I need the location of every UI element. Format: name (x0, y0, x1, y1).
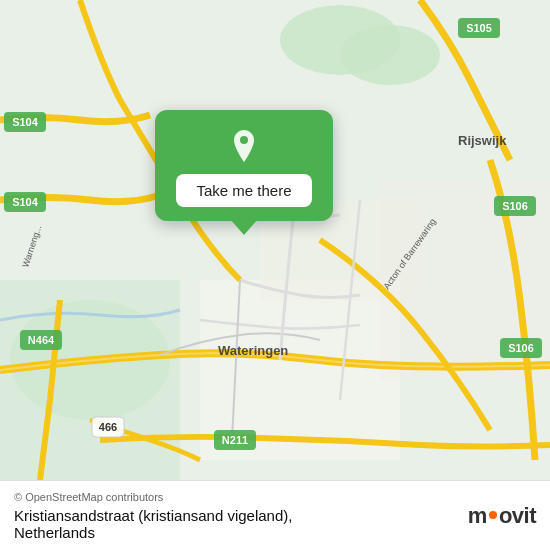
svg-point-2 (340, 25, 440, 85)
moovit-logo-text: m (468, 503, 487, 529)
svg-point-28 (240, 136, 248, 144)
svg-text:Rijswijk: Rijswijk (458, 133, 507, 148)
bottom-left-info: © OpenStreetMap contributors Kristiansan… (14, 491, 468, 541)
location-name-text: Kristiansandstraat (kristiansand vigelan… (14, 507, 292, 524)
take-me-there-button[interactable]: Take me there (176, 174, 311, 207)
svg-text:S106: S106 (502, 200, 528, 212)
location-country-text: Netherlands (14, 524, 95, 541)
copyright-text: © OpenStreetMap contributors (14, 491, 468, 503)
svg-text:S104: S104 (12, 116, 39, 128)
svg-text:S104: S104 (12, 196, 39, 208)
svg-text:466: 466 (99, 421, 117, 433)
bottom-bar: © OpenStreetMap contributors Kristiansan… (0, 480, 550, 550)
svg-text:S105: S105 (466, 22, 492, 34)
map-container[interactable]: S105 S104 S104 S106 S106 N211 N464 (0, 0, 550, 480)
svg-text:N211: N211 (222, 434, 248, 446)
moovit-logo: m ovit (468, 503, 536, 529)
moovit-logo-dot (489, 511, 497, 519)
moovit-logo-text-2: ovit (499, 503, 536, 529)
map-popup: Take me there (155, 110, 333, 221)
svg-text:Wateringen: Wateringen (218, 343, 288, 358)
app: S105 S104 S104 S106 S106 N211 N464 (0, 0, 550, 550)
svg-text:S106: S106 (508, 342, 534, 354)
location-name: Kristiansandstraat (kristiansand vigelan… (14, 507, 468, 541)
location-pin-icon (226, 128, 262, 164)
svg-text:N464: N464 (28, 334, 55, 346)
